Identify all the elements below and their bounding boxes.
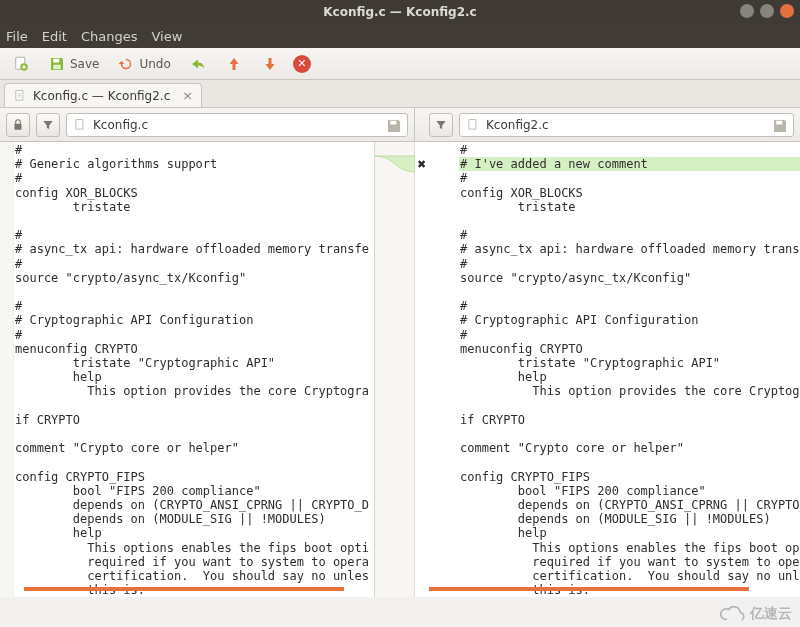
path-right-label: Kconfig2.c (486, 118, 549, 132)
svg-rect-8 (469, 119, 476, 128)
redo-icon (189, 55, 207, 73)
code-right-pre: # (460, 143, 467, 157)
path-pane-right: Kconfig2.c (415, 108, 800, 141)
watermark-text: 亿速云 (750, 605, 792, 623)
path-pane-left: Kconfig.c (0, 108, 415, 141)
prev-change-button[interactable] (221, 53, 247, 75)
scroll-indicator-right (429, 587, 749, 591)
tab-label: Kconfig.c — Kconfig2.c (33, 89, 170, 103)
path-row: Kconfig.c Kconfig2.c (0, 108, 800, 142)
maximize-icon[interactable] (760, 4, 774, 18)
file-icon (73, 118, 87, 132)
lock-icon (11, 118, 25, 132)
redo-button[interactable] (185, 53, 211, 75)
pane-right[interactable]: ✖ # # I've added a new comment# config X… (415, 142, 800, 597)
tab-close-icon[interactable]: × (176, 88, 193, 103)
gutter-right: ✖ (415, 142, 460, 597)
close-window-icon[interactable] (780, 4, 794, 18)
diff-added-line: # I've added a new comment (459, 157, 800, 171)
svg-rect-2 (53, 58, 59, 62)
lock-left-button[interactable] (6, 113, 30, 137)
new-file-icon (12, 55, 30, 73)
code-right-post: # config XOR_BLOCKS tristate # # async_t… (460, 171, 800, 597)
path-left-label: Kconfig.c (93, 118, 148, 132)
menubar: File Edit Changes View (0, 24, 800, 48)
code-left[interactable]: # # Generic algorithms support # config … (14, 142, 374, 597)
minimize-icon[interactable] (740, 4, 754, 18)
diff-panes: # # Generic algorithms support # config … (0, 142, 800, 597)
save-left-icon[interactable] (385, 117, 403, 135)
diff-link-curve (375, 142, 415, 597)
window-title: Kconfig.c — Kconfig2.c (323, 5, 476, 19)
arrow-up-icon (225, 55, 243, 73)
file-icon (466, 118, 480, 132)
svg-rect-5 (15, 123, 22, 129)
diff-marker-icon[interactable]: ✖ (417, 158, 426, 171)
save-icon (48, 55, 66, 73)
tab-active[interactable]: Kconfig.c — Kconfig2.c × (4, 83, 202, 107)
titlebar: Kconfig.c — Kconfig2.c (0, 0, 800, 24)
path-field-right[interactable]: Kconfig2.c (459, 113, 794, 137)
menu-changes[interactable]: Changes (81, 29, 138, 44)
path-field-left[interactable]: Kconfig.c (66, 113, 408, 137)
undo-icon (117, 55, 135, 73)
menu-edit[interactable]: Edit (42, 29, 67, 44)
filter-right-button[interactable] (429, 113, 453, 137)
file-icon (13, 89, 27, 103)
code-right[interactable]: # # I've added a new comment# config XOR… (458, 142, 800, 597)
svg-rect-7 (390, 120, 396, 124)
save-button[interactable]: Save (44, 53, 103, 75)
next-change-button[interactable] (257, 53, 283, 75)
window-controls (740, 4, 794, 18)
menu-view[interactable]: View (152, 29, 183, 44)
menu-file[interactable]: File (6, 29, 28, 44)
stop-button[interactable]: ✕ (293, 55, 311, 73)
undo-label: Undo (139, 57, 170, 71)
filter-icon (41, 118, 55, 132)
svg-rect-3 (53, 64, 61, 69)
svg-rect-9 (776, 120, 782, 124)
pane-left[interactable]: # # Generic algorithms support # config … (0, 142, 375, 597)
gutter-left (0, 142, 14, 597)
new-button[interactable] (8, 53, 34, 75)
toolbar: Save Undo ✕ (0, 48, 800, 80)
arrow-down-icon (261, 55, 279, 73)
stop-icon: ✕ (297, 57, 306, 70)
cloud-icon (720, 605, 748, 623)
save-label: Save (70, 57, 99, 71)
filter-icon (434, 118, 448, 132)
scroll-indicator-left (24, 587, 344, 591)
filter-left-button[interactable] (36, 113, 60, 137)
undo-button[interactable]: Undo (113, 53, 174, 75)
svg-rect-6 (76, 119, 83, 128)
link-gutter (375, 142, 415, 597)
save-right-icon[interactable] (771, 117, 789, 135)
tabbar: Kconfig.c — Kconfig2.c × (0, 80, 800, 108)
watermark: 亿速云 (720, 605, 792, 623)
